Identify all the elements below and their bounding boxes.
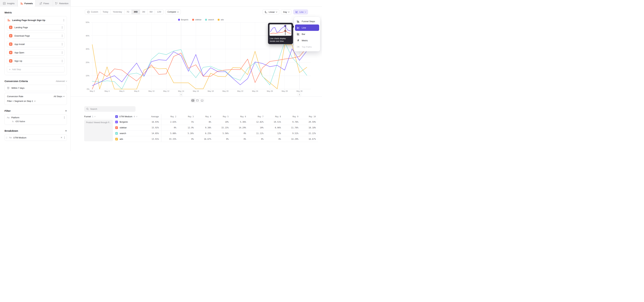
step-number-badge: 5	[9, 59, 12, 62]
day-value: 0%	[231, 136, 248, 142]
drag-handle-icon[interactable]	[6, 137, 8, 138]
annotation-badge[interactable]: 1	[298, 92, 301, 96]
metric-icon: #	[297, 39, 300, 42]
step-label: Download Page	[14, 34, 60, 37]
filter-segment-dropdown[interactable]: Filter + Segment on Step 1	[7, 100, 64, 102]
row-checkbox[interactable]	[115, 121, 118, 123]
average-value: 13.91%	[144, 136, 161, 142]
range-today[interactable]: Today	[100, 10, 110, 14]
scale-dropdown[interactable]: Linear	[262, 10, 279, 14]
row-checkbox[interactable]	[115, 132, 118, 135]
metric-kebab-icon[interactable]	[64, 20, 64, 20]
breakdown-column-header[interactable]: UTM Medium4	[115, 114, 144, 119]
x-axis-label: May 30	[296, 90, 302, 92]
range-7d[interactable]: 7D	[124, 10, 132, 14]
line-icon	[297, 26, 300, 29]
breakdown-item-utm-medium[interactable]: Aa UTM Medium ×	[4, 134, 67, 141]
range-label: 3M	[142, 11, 145, 13]
tab-insights[interactable]: Insights	[0, 0, 18, 7]
interval-dropdown[interactable]: Day	[281, 10, 292, 14]
menu-item-top-paths[interactable]: Top Paths	[295, 44, 319, 50]
day-value: 22.22%	[301, 130, 318, 136]
filter-segment-label: Filter + Segment on Step 1	[7, 100, 33, 102]
chevron-down-icon	[94, 116, 96, 117]
row-checkbox[interactable]	[115, 138, 118, 140]
step-kebab-icon[interactable]	[62, 27, 62, 28]
funnel-column-header[interactable]: Funnel1	[84, 114, 115, 119]
search-input[interactable]	[90, 108, 134, 110]
chart-type-label: Line	[299, 11, 304, 13]
range-yesterday[interactable]: Yesterday	[110, 10, 124, 14]
range-30d[interactable]: 30D	[132, 10, 140, 14]
filter-kebab-icon[interactable]	[64, 117, 64, 118]
range-6m[interactable]: 6M	[148, 10, 155, 14]
day-value: 33.33%	[161, 136, 178, 142]
range-3m[interactable]: 3M	[140, 10, 148, 14]
conversion-window-button[interactable]: Within 7 days	[4, 85, 67, 91]
funnel-step-5[interactable]: 5Sign Up	[7, 58, 64, 64]
top-panel-view-button[interactable]	[195, 98, 200, 102]
add-step-button[interactable]: + Add Step	[7, 66, 64, 72]
search-box	[84, 106, 136, 112]
line-chart[interactable]: 0%10%20%30%40%50%May 2May 4May 6May 8May…	[70, 7, 322, 101]
day-column-header: May 9	[283, 114, 301, 119]
range-12m[interactable]: 12M	[155, 10, 163, 14]
chevron-down-icon	[288, 11, 290, 12]
split-view-button[interactable]	[191, 98, 195, 102]
menu-item-line[interactable]: Line	[295, 24, 319, 31]
day-column-header: May 7	[248, 114, 266, 119]
legend-item-search[interactable]: search	[205, 18, 214, 21]
step-kebab-icon[interactable]	[62, 44, 62, 44]
svg-text:1: 1	[299, 94, 300, 96]
day-value: 16.67%	[301, 136, 318, 142]
funnel-metric-icon	[8, 18, 10, 22]
tab-retention[interactable]: Retention	[53, 0, 70, 7]
all-steps-dropdown[interactable]: All Steps	[54, 95, 64, 98]
advanced-dropdown[interactable]: Advanced	[56, 80, 67, 82]
add-filter-button[interactable]: +	[65, 110, 67, 112]
legend-item-sidebar[interactable]: sidebar	[192, 18, 202, 21]
tooltip-text: Line charts display trends over time.	[270, 37, 292, 43]
tab-flows[interactable]: Flows	[36, 0, 53, 7]
plus-icon: +	[9, 68, 10, 71]
retention-icon	[55, 2, 58, 5]
day-value: 9.76%	[283, 119, 301, 125]
breakdown-kebab-icon[interactable]	[64, 138, 65, 138]
x-axis-label: May 28	[282, 90, 288, 92]
annotation-badge[interactable]: 1	[180, 92, 183, 96]
bottom-panel-view-button[interactable]	[200, 98, 204, 102]
step-kebab-icon[interactable]	[62, 36, 62, 36]
menu-item-metric[interactable]: #Metric	[295, 37, 319, 44]
interval-label: Day	[283, 11, 287, 13]
step-kebab-icon[interactable]	[62, 52, 62, 53]
legend-item-ads[interactable]: ads	[218, 18, 224, 21]
day-value: 9.38%	[196, 125, 214, 130]
funnel-step-3[interactable]: 3App Install	[7, 41, 64, 47]
filter-item-platform[interactable]: Aa Platform Is iOS Native	[4, 114, 67, 125]
conversion-rate-card: Conversion Rate All Steps Filter + Segme…	[4, 93, 67, 105]
remove-breakdown-icon[interactable]: ×	[61, 137, 62, 138]
compare-button[interactable]: Compare	[165, 10, 181, 14]
header-checkbox[interactable]	[115, 115, 118, 118]
legend-label: ads	[221, 18, 224, 21]
legend-item-organic[interactable]: $organic	[178, 18, 188, 21]
chart-type-dropdown[interactable]: Line	[293, 10, 308, 14]
funnel-step-4[interactable]: 4App Open	[7, 50, 64, 56]
add-breakdown-button[interactable]: +	[65, 130, 67, 132]
step-number-badge: 1	[9, 26, 12, 29]
funnel-step-1[interactable]: 1Landing Page	[7, 24, 64, 30]
conversion-criteria-heading: Conversion Criteria	[4, 80, 28, 82]
row-checkbox[interactable]	[115, 126, 118, 129]
chevron-down-icon	[63, 96, 64, 97]
step-kebab-icon[interactable]	[62, 61, 62, 61]
filter-value: iOS Native	[16, 120, 25, 123]
svg-text:1: 1	[180, 94, 182, 96]
day-column-header: May 4	[196, 114, 214, 119]
day-value: 19.51%	[266, 119, 283, 125]
tab-funnels[interactable]: Funnels	[18, 0, 36, 7]
menu-item-bar[interactable]: Bar	[295, 31, 319, 37]
menu-item-funnel-steps[interactable]: Funnel Steps	[295, 18, 319, 24]
range-custom[interactable]: Custom	[85, 10, 100, 14]
funnel-step-2[interactable]: 2Download Page	[7, 33, 64, 39]
tab-label: Funnels	[24, 2, 33, 5]
